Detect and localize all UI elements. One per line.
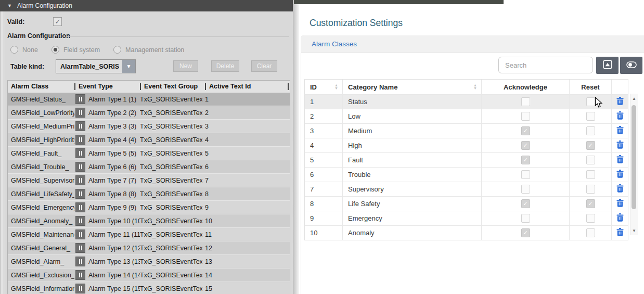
reset-checkbox[interactable] [586,214,595,223]
delete-row-button[interactable] [616,126,624,136]
event-type-picker-button[interactable] [75,257,85,266]
table-row[interactable]: 9 Emergency [305,211,628,225]
acknowledge-checkbox[interactable] [521,170,530,179]
scrollbar-thumb[interactable] [632,105,636,209]
table-row[interactable]: GMSField_Supervisory_ Alarm Type 7 (7) T… [8,173,290,187]
event-type-picker-button[interactable] [75,175,85,185]
event-type-picker-button[interactable] [75,162,85,172]
alarm-classes-section-bar[interactable]: Alarm Classes [301,35,644,53]
table-scrollbar[interactable]: ▲ ▼ [630,94,638,235]
table-row[interactable]: 4 High ✓ ✓ [305,138,628,152]
delete-row-button[interactable] [616,155,624,165]
column-header-active-text-id[interactable]: Active Text Id [202,81,290,92]
table-row[interactable]: GMSField_MediumPrio Alarm Type 3 (3) TxG… [8,119,290,133]
collapse-triangle-icon[interactable]: ▼ [7,3,12,8]
radio-none-circle[interactable] [10,46,18,54]
search-input[interactable] [498,57,593,73]
table-row[interactable]: GMSField_Status_ Alarm Type 1 (1) TxG_SO… [8,92,290,106]
table-row[interactable]: GMSField_Anomaly_ Alarm Type 10 (10) TxG… [8,214,290,227]
panel-splitter[interactable] [0,11,4,294]
table-row[interactable]: GMSField_General_ Alarm Type 12 (12) TxG… [8,241,290,254]
reset-checkbox[interactable]: ✓ [586,199,595,208]
radio-management-station[interactable]: Management station [113,46,184,54]
table-row[interactable]: GMSField_Trouble_ Alarm Type 6 (6) TxG_S… [8,160,290,173]
column-header-alarm-class[interactable]: Alarm Class [8,81,74,92]
event-type-picker-button[interactable] [75,121,85,131]
acknowledge-checkbox[interactable]: ✓ [521,126,530,135]
table-row[interactable]: GMSField_Exclusion_ Alarm Type 14 (14) T… [8,268,290,282]
export-image-button[interactable] [596,57,619,74]
sort-icon[interactable]: ▲▼ [473,84,477,90]
table-row[interactable]: 3 Medium ✓ [305,123,628,138]
radio-field-system-circle[interactable] [51,46,59,54]
event-type-picker-button[interactable] [75,243,85,253]
event-type-picker-button[interactable] [75,270,85,280]
event-type-picker-button[interactable] [75,229,85,239]
column-header-category-name[interactable]: Category Name ▲▼ [343,80,482,94]
event-type-picker-button[interactable] [75,284,85,293]
column-header-event-text-group[interactable]: Event Text Group [140,81,202,92]
column-header-reset[interactable]: Reset [570,80,612,94]
sort-icon[interactable]: ▲▼ [334,84,338,90]
reset-checkbox[interactable] [586,185,595,194]
column-header-id[interactable]: ID ▲▼ [305,80,343,94]
radio-management-station-circle[interactable] [113,46,121,54]
delete-row-button[interactable] [616,97,624,107]
radio-field-system[interactable]: Field system [51,46,100,54]
reset-checkbox[interactable]: ✓ [586,141,595,150]
table-row[interactable]: GMSField_Maintenance Alarm Type 11 (11) … [8,227,290,241]
delete-button[interactable]: Delete [211,60,239,72]
table-row[interactable]: 10 Anomaly ✓ [305,225,628,240]
table-row[interactable]: GMSField_Fault_ Alarm Type 5 (5) TxG_SOR… [8,146,290,160]
table-kind-dropdown[interactable]: AlarmTable_SORIS ▼ [56,59,136,73]
event-type-picker-button[interactable] [75,94,85,104]
scroll-down-icon[interactable]: ▼ [630,227,638,234]
acknowledge-checkbox[interactable] [521,214,530,223]
reset-checkbox[interactable] [586,228,595,237]
delete-row-button[interactable] [616,140,624,150]
event-type-picker-button[interactable] [75,216,85,226]
table-row[interactable]: GMSField_Emergency_ Alarm Type 9 (9) TxG… [8,200,290,214]
acknowledge-checkbox[interactable] [521,97,530,106]
table-row[interactable]: GMSField_LowPriorityA Alarm Type 2 (2) T… [8,106,290,119]
reset-checkbox[interactable] [586,156,595,164]
table-row[interactable]: 1 Status [305,94,628,109]
delete-row-button[interactable] [616,170,624,180]
chevron-down-icon[interactable]: ▼ [122,60,135,73]
delete-row-button[interactable] [616,228,624,238]
table-row[interactable]: 8 Life Safety ✓ ✓ [305,196,628,211]
table-row[interactable]: 6 Trouble [305,167,628,182]
acknowledge-checkbox[interactable]: ✓ [521,199,530,208]
event-type-picker-button[interactable] [75,148,85,158]
table-row[interactable]: GMSField_Alarm_ Alarm Type 13 (13) TxG_S… [8,254,290,268]
table-row[interactable]: 2 Low [305,109,628,123]
acknowledge-checkbox[interactable] [521,185,530,194]
alarm-configuration-titlebar[interactable]: ▼ Alarm Configuration [0,0,293,11]
column-header-event-type[interactable]: Event Type [74,81,140,92]
delete-row-button[interactable] [616,184,624,194]
table-row[interactable]: 5 Fault ✓ [305,152,628,167]
acknowledge-checkbox[interactable]: ✓ [521,156,530,164]
scroll-up-icon[interactable]: ▲ [630,95,638,102]
toggle-view-button[interactable] [620,57,642,74]
clear-button[interactable]: Clear [251,60,277,72]
reset-checkbox[interactable] [586,170,595,179]
delete-row-button[interactable] [616,199,624,209]
event-type-picker-button[interactable] [75,108,85,118]
reset-checkbox[interactable] [586,126,595,135]
acknowledge-checkbox[interactable]: ✓ [521,228,530,237]
table-row[interactable]: GMSField_LifeSafety_ Alarm Type 8 (8) Tx… [8,187,290,200]
valid-checkbox[interactable]: ✓ [53,17,62,26]
table-row[interactable]: GMSField_HighPriority. Alarm Type 4 (4) … [8,133,290,146]
radio-none[interactable]: None [10,46,38,54]
event-type-picker-button[interactable] [75,202,85,212]
acknowledge-checkbox[interactable]: ✓ [521,141,530,150]
column-header-acknowledge[interactable]: Acknowledge [482,80,570,94]
acknowledge-checkbox[interactable] [521,112,530,121]
table-row[interactable]: GMSField_Information_ Alarm Type 15 (15)… [8,282,290,294]
new-button[interactable]: New [173,60,198,72]
delete-row-button[interactable] [616,213,624,223]
reset-checkbox[interactable] [586,97,595,106]
table-row[interactable]: 7 Supervisory [305,182,628,196]
delete-row-button[interactable] [616,111,624,121]
